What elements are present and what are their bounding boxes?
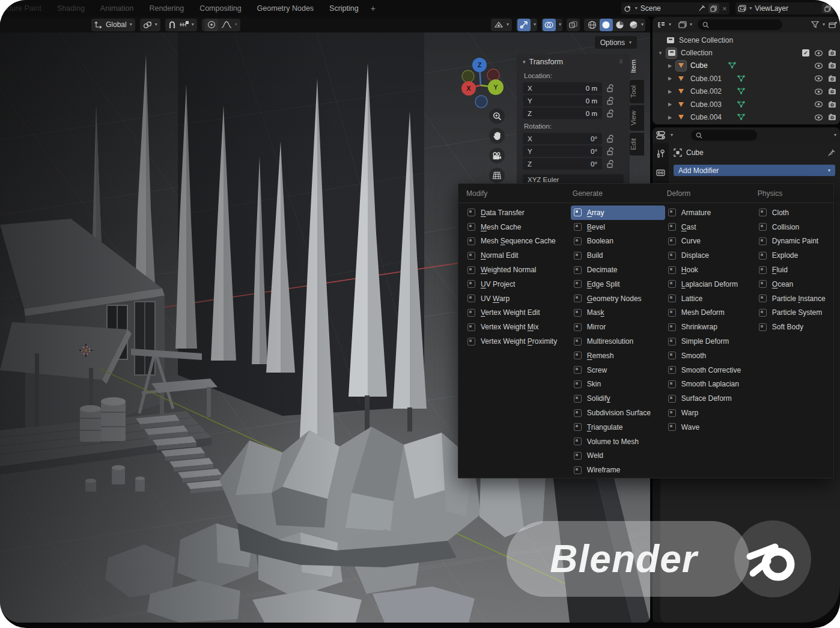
outliner-search[interactable] xyxy=(698,19,782,30)
menu-item-collision[interactable]: Collision xyxy=(756,220,833,234)
eye-icon[interactable] xyxy=(814,62,823,69)
menu-item-mesh-sequence-cache[interactable]: Mesh Sequence Cache xyxy=(464,234,571,249)
menu-item-vertex-weight-mix[interactable]: Vertex Weight Mix xyxy=(464,320,571,334)
menu-item-wave[interactable]: Wave xyxy=(665,420,756,434)
menu-item-displace[interactable]: Displace xyxy=(665,248,756,263)
menu-item-multiresolution[interactable]: Multiresolution xyxy=(571,334,665,349)
unlock-icon[interactable] xyxy=(607,160,614,168)
menu-item-uv-project[interactable]: UV Project xyxy=(464,277,571,291)
xray-toggle[interactable] xyxy=(567,19,580,31)
pan-button[interactable] xyxy=(489,128,505,144)
menu-item-solidify[interactable]: Solidify xyxy=(571,391,665,406)
tab-shading[interactable]: Shading xyxy=(57,4,85,13)
add-modifier-button[interactable]: Add Modifier ▾ xyxy=(674,165,835,176)
menu-item-dynamic-paint[interactable]: Dynamic Paint xyxy=(756,234,833,249)
scene-selector[interactable]: ▾ Scene ✕ xyxy=(621,2,729,14)
camera-view-button[interactable] xyxy=(489,148,505,163)
toggle-perspective-button[interactable] xyxy=(489,168,505,183)
tab-scripting[interactable]: Scripting xyxy=(329,4,359,13)
menu-item-curve[interactable]: Curve xyxy=(665,234,756,249)
pivot-point-dropdown[interactable]: ▾ xyxy=(140,19,160,31)
menu-item-hook[interactable]: Hook xyxy=(665,263,756,277)
unlink-scene-icon[interactable]: ✕ xyxy=(722,5,727,12)
menu-item-weighted-normal[interactable]: Weighted Normal xyxy=(464,263,571,277)
eye-icon[interactable] xyxy=(814,50,823,56)
rotation-z-field[interactable]: Z 0° xyxy=(523,158,602,169)
menu-item-geometry-nodes[interactable]: Geometry Nodes xyxy=(571,291,665,306)
menu-item-vertex-weight-edit[interactable]: Vertex Weight Edit xyxy=(464,306,571,320)
panel-grip-icon[interactable]: ⠿ xyxy=(619,59,624,65)
new-viewlayer-button[interactable] xyxy=(822,4,833,13)
menu-item-data-transfer[interactable]: Data Transfer xyxy=(464,206,571,220)
menu-item-skin[interactable]: Skin xyxy=(571,377,665,392)
unlock-icon[interactable] xyxy=(607,135,614,143)
tab-animation[interactable]: Animation xyxy=(100,4,134,13)
menu-item-uv-warp[interactable]: UV Warp xyxy=(464,291,571,306)
location-x-field[interactable]: X 0 m xyxy=(523,82,602,94)
snapping-controls[interactable]: ▾ xyxy=(165,19,197,31)
outliner-filter-display[interactable]: ▾ xyxy=(677,19,694,31)
menu-item-soft-body[interactable]: Soft Body xyxy=(756,320,833,334)
menu-item-build[interactable]: Build xyxy=(571,248,665,263)
outliner-row-cube[interactable]: ▶ Cube xyxy=(653,59,840,72)
outliner-row-cube-003[interactable]: ▶ Cube.003 xyxy=(653,98,840,111)
viewlayer-selector[interactable]: ▾ ViewLayer xyxy=(735,2,835,14)
rotation-y-field[interactable]: Y 0° xyxy=(523,145,602,157)
rotation-x-field[interactable]: X 0° xyxy=(523,133,602,144)
menu-item-fluid[interactable]: Fluid xyxy=(756,263,833,277)
show-gizmo-toggle[interactable] xyxy=(517,19,531,31)
menu-item-explode[interactable]: Explode xyxy=(756,248,833,263)
menu-item-bevel[interactable]: Bevel xyxy=(571,220,665,234)
unlock-icon[interactable] xyxy=(607,84,614,93)
add-workspace-button[interactable]: + xyxy=(371,4,376,13)
disclosure-icon[interactable]: ▶ xyxy=(667,115,673,120)
options-button[interactable]: Options ▾ xyxy=(595,36,637,49)
menu-item-cloth[interactable]: Cloth xyxy=(756,206,833,220)
menu-item-vertex-weight-proximity[interactable]: Vertex Weight Proximity xyxy=(464,334,571,349)
outliner-row-cube-001[interactable]: ▶ Cube.001 xyxy=(653,72,840,85)
menu-item-warp[interactable]: Warp xyxy=(665,406,756,420)
disclosure-icon[interactable]: ▶ xyxy=(667,63,673,69)
menu-item-smooth[interactable]: Smooth xyxy=(665,349,756,363)
menu-item-weld[interactable]: Weld xyxy=(571,449,665,463)
properties-editor-icon[interactable] xyxy=(656,131,666,139)
menu-item-particle-instance[interactable]: Particle Instance xyxy=(756,291,833,306)
menu-item-smooth-laplacian[interactable]: Smooth Laplacian xyxy=(665,377,756,392)
menu-item-screw[interactable]: Screw xyxy=(571,363,665,377)
menu-item-smooth-corrective[interactable]: Smooth Corrective xyxy=(665,363,756,377)
new-collection-icon[interactable] xyxy=(829,21,837,29)
menu-item-wireframe[interactable]: Wireframe xyxy=(571,463,665,477)
chevron-down-icon[interactable]: ▾ xyxy=(834,133,836,138)
tab-item[interactable]: Item xyxy=(630,54,644,78)
render-tab-icon[interactable] xyxy=(656,169,665,177)
disclosure-icon[interactable]: ▼ xyxy=(657,50,663,56)
menu-item-mask[interactable]: Mask xyxy=(571,306,665,320)
new-scene-button[interactable] xyxy=(708,4,719,13)
eye-icon[interactable] xyxy=(814,101,823,108)
menu-item-cast[interactable]: Cast xyxy=(665,220,756,234)
menu-item-edge-split[interactable]: Edge Split xyxy=(571,277,665,291)
proportional-editing-icon[interactable] xyxy=(205,19,218,31)
disclosure-icon[interactable]: ▶ xyxy=(667,89,673,94)
menu-item-lattice[interactable]: Lattice xyxy=(665,291,756,306)
menu-item-surface-deform[interactable]: Surface Deform xyxy=(665,391,756,406)
transform-orientation-dropdown[interactable]: Global ▾ xyxy=(91,19,135,31)
shading-material-toggle[interactable] xyxy=(613,19,627,31)
menu-item-normal-edit[interactable]: Normal Edit xyxy=(464,248,571,263)
outliner-display-mode[interactable]: ▾ xyxy=(656,19,673,31)
menu-item-mesh-deform[interactable]: Mesh Deform xyxy=(665,306,756,320)
tab-geometry-nodes[interactable]: Geometry Nodes xyxy=(257,4,314,13)
menu-item-mirror[interactable]: Mirror xyxy=(571,320,665,334)
pin-icon[interactable] xyxy=(827,149,835,157)
collapse-chevron-icon[interactable]: ▾ xyxy=(523,59,526,65)
shading-rendered-toggle[interactable] xyxy=(627,19,641,31)
unlock-icon[interactable] xyxy=(607,147,614,156)
menu-item-mesh-cache[interactable]: Mesh Cache xyxy=(464,220,571,234)
chevron-down-icon[interactable]: ▾ xyxy=(641,22,644,27)
menu-item-array[interactable]: Array xyxy=(571,206,665,220)
menu-item-particle-system[interactable]: Particle System xyxy=(756,306,833,320)
tool-tab-icon[interactable] xyxy=(656,149,665,158)
outliner-row-cube-002[interactable]: ▶ Cube.002 xyxy=(653,85,840,98)
location-y-field[interactable]: Y 0 m xyxy=(523,95,602,106)
unlock-icon[interactable] xyxy=(607,97,614,105)
